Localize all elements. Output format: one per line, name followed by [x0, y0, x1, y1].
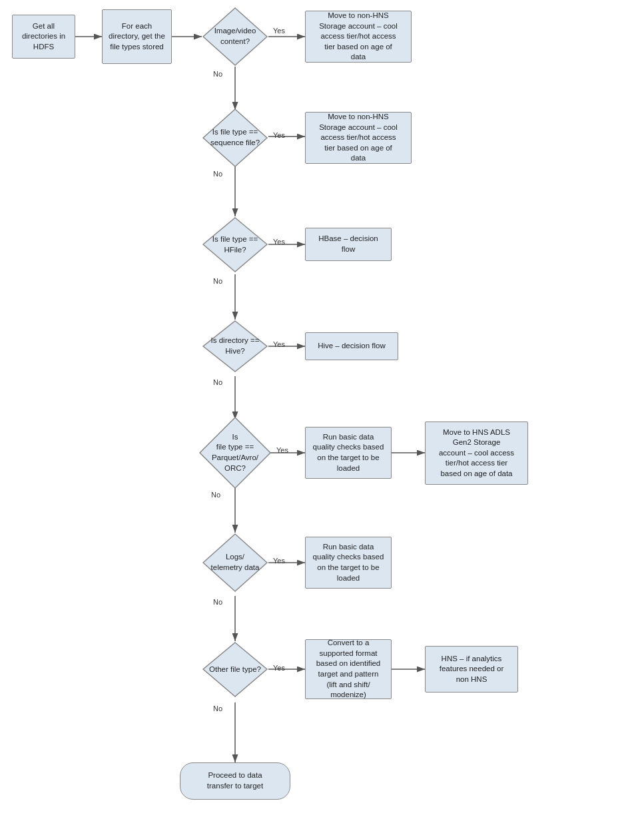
box-hns: HNS – if analytics features needed or no… [425, 646, 518, 692]
label-get-dirs: Get all directories in HDFS [22, 21, 65, 53]
label-quality2: Run basic data quality checks based on t… [313, 542, 384, 583]
label-diamond-sequence: Is file type ==sequence file? [205, 127, 265, 148]
box-move3: Move to HNS ADLS Gen2 Storage account – … [425, 421, 528, 485]
box-move2: Move to non-HNS Storage account – cool a… [305, 112, 412, 164]
box-move1: Move to non-HNS Storage account – cool a… [305, 11, 412, 63]
label-convert: Convert to a supported format based on i… [316, 638, 381, 700]
diamond-other: Other file type? [202, 641, 268, 698]
label-diamond-other: Other file type? [204, 665, 266, 675]
label-for-each: For each directory, get the file types s… [109, 21, 165, 53]
label-yes-logs: Yes [273, 557, 285, 565]
label-hive: Hive – decision flow [318, 341, 386, 352]
label-proceed: Proceed to data transfer to target [207, 770, 263, 791]
label-diamond-hive: Is directory ==Hive? [206, 336, 265, 356]
flowchart-canvas: Get all directories in HDFS For each dir… [0, 0, 644, 831]
label-quality1: Run basic data quality checks based on t… [313, 432, 384, 473]
label-diamond-parquet: Isfile type ==Parquet/Avro/ORC? [206, 432, 264, 473]
box-quality1: Run basic data quality checks based on t… [305, 427, 392, 479]
label-yes-hive: Yes [273, 340, 285, 348]
diamond-hive: Is directory ==Hive? [202, 320, 268, 373]
diamond-sequence: Is file type ==sequence file? [202, 108, 268, 168]
box-proceed: Proceed to data transfer to target [180, 762, 290, 800]
label-no-hfile: No [213, 277, 222, 285]
label-yes-sequence: Yes [273, 131, 285, 139]
label-diamond-logs: Logs/telemetry data [206, 552, 265, 573]
label-diamond-hfile: Is file type ==HFile? [207, 234, 263, 255]
box-quality2: Run basic data quality checks based on t… [305, 537, 392, 589]
label-move3: Move to HNS ADLS Gen2 Storage account – … [439, 427, 514, 479]
label-no-other: No [213, 704, 222, 712]
box-hbase: HBase – decision flow [305, 228, 392, 261]
box-for-each: For each directory, get the file types s… [102, 9, 172, 64]
label-no-parquet: No [211, 491, 220, 499]
label-move1: Move to non-HNS Storage account – cool a… [319, 11, 398, 63]
label-move2: Move to non-HNS Storage account – cool a… [319, 112, 398, 164]
label-diamond-image: Image/videocontent? [209, 26, 262, 47]
label-yes-parquet: Yes [276, 446, 288, 454]
label-no-image: No [213, 70, 222, 78]
label-yes-image: Yes [273, 27, 285, 35]
label-hbase: HBase – decision flow [318, 234, 378, 254]
label-no-hive: No [213, 378, 222, 386]
box-convert: Convert to a supported format based on i… [305, 639, 392, 699]
diamond-parquet: Isfile type ==Parquet/Avro/ORC? [198, 416, 272, 489]
box-get-dirs: Get all directories in HDFS [12, 15, 75, 59]
diamond-logs: Logs/telemetry data [202, 533, 268, 593]
box-hive: Hive – decision flow [305, 332, 398, 360]
label-hns: HNS – if analytics features needed or no… [440, 654, 504, 685]
diamond-hfile: Is file type ==HFile? [202, 216, 268, 273]
label-yes-hfile: Yes [273, 238, 285, 246]
label-no-logs: No [213, 598, 222, 606]
label-yes-other: Yes [273, 664, 285, 672]
label-no-sequence: No [213, 170, 222, 178]
diamond-image: Image/videocontent? [202, 7, 268, 67]
